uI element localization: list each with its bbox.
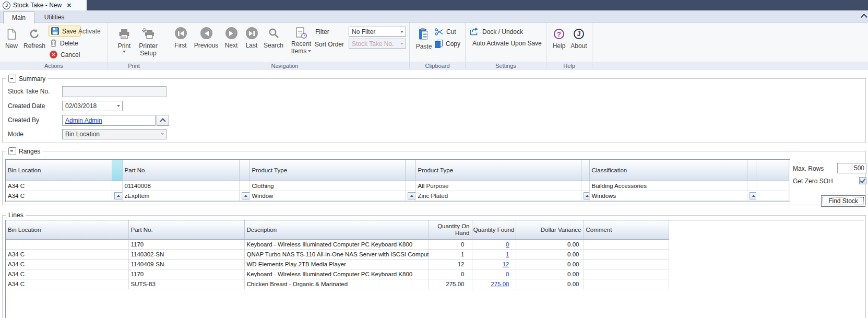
lines-cell-bin-location[interactable]: A34 C — [6, 259, 128, 269]
lines-header-comment[interactable]: Comment — [584, 220, 669, 239]
lines-cell-comment[interactable] — [584, 269, 669, 279]
dock-undock-button[interactable]: Dock / Undock — [470, 28, 523, 36]
ranges-cell-product-type-1[interactable]: Window — [249, 191, 405, 201]
lines-cell-quantity-on-hand[interactable]: 0 — [429, 269, 472, 279]
ranges-header-classification[interactable]: Classification — [589, 160, 747, 181]
printer-setup-button[interactable]: Printer Setup — [137, 26, 159, 56]
document-tab[interactable]: J Stock Take - New × — [0, 0, 87, 10]
ranges-cell-bin-location[interactable]: A34 C — [6, 191, 112, 201]
spin-up-button[interactable] — [408, 192, 416, 199]
collapse-ranges-icon[interactable] — [8, 147, 16, 155]
print-dropdown-icon[interactable] — [123, 51, 126, 53]
filter-combobox[interactable]: No Filter — [349, 27, 406, 37]
lines-cell-bin-location[interactable]: A34 C — [6, 279, 128, 289]
cut-button[interactable]: Cut — [435, 28, 456, 36]
first-button[interactable]: First — [170, 27, 192, 49]
copy-button[interactable]: Copy — [435, 40, 460, 48]
lines-cell-description[interactable]: Keyboard - Wireless Illuminated Computer… — [244, 239, 429, 249]
lines-cell-bin-location[interactable]: A34 C — [6, 249, 128, 259]
lines-header-quantity-on-hand[interactable]: Quantity On Hand — [429, 220, 472, 239]
find-stock-button[interactable]: Find Stock — [821, 195, 865, 207]
lines-cell-comment[interactable] — [584, 239, 669, 249]
lines-cell-bin-location[interactable] — [6, 239, 128, 249]
ranges-header-part-no[interactable]: Part No. — [122, 160, 239, 181]
ranges-cell-product-type-2[interactable]: Zinc Plated — [415, 191, 581, 201]
lines-cell-description[interactable]: Chicken Breast - Organic & Marinated — [244, 279, 429, 289]
ranges-header-product-type-1[interactable]: Product Type — [249, 160, 405, 181]
lines-cell-quantity-on-hand[interactable]: 0 — [429, 239, 472, 249]
lines-cell-dollar-variance[interactable]: 0.00 — [516, 249, 584, 259]
ranges-cell-classification[interactable]: Building Accessories — [589, 181, 747, 191]
quantity-found-link[interactable]: 0 — [506, 241, 509, 248]
about-button[interactable]: J About — [568, 28, 589, 49]
cancel-button[interactable]: × Cancel — [50, 51, 80, 58]
lines-cell-dollar-variance[interactable]: 0.00 — [516, 239, 584, 249]
new-button[interactable]: New — [2, 26, 21, 49]
created-by-field[interactable]: Admin Admin — [62, 115, 156, 126]
close-tab-icon[interactable]: × — [67, 2, 71, 8]
lines-cell-quantity-on-hand[interactable]: 1 — [429, 249, 472, 259]
spin-up-button[interactable] — [242, 192, 250, 199]
lines-cell-dollar-variance[interactable]: 0.00 — [516, 269, 584, 279]
activate-button[interactable]: Activate — [78, 28, 101, 35]
ranges-cell-product-type-1[interactable]: Clothing — [249, 181, 405, 191]
ranges-cell-classification[interactable]: Windows — [589, 191, 747, 201]
help-button[interactable]: ? Help — [551, 28, 567, 49]
lines-cell-bin-location[interactable]: A34 C — [6, 269, 128, 279]
paste-button[interactable]: Paste — [413, 26, 435, 50]
ranges-cell-product-type-2[interactable]: All Purpose — [415, 181, 581, 191]
quantity-found-link[interactable]: 0 — [506, 271, 509, 277]
ranges-cell-bin-location[interactable]: A34 C — [6, 181, 112, 191]
stock-take-no-input[interactable] — [62, 86, 167, 97]
lines-cell-part-no[interactable]: 1140302-SN — [128, 249, 244, 259]
spin-up-button[interactable] — [114, 192, 123, 199]
created-date-picker[interactable]: 02/03/2018 — [62, 101, 123, 111]
lines-cell-description[interactable]: QNAP Turbo NAS TS-110 All-in-One NAS Ser… — [244, 249, 429, 259]
lines-cell-description[interactable]: WD Elements Play 2TB Media Player — [244, 259, 429, 269]
save-button[interactable]: Save — [49, 26, 81, 37]
next-button[interactable]: Next — [221, 27, 242, 49]
lines-cell-comment[interactable] — [584, 249, 669, 259]
mode-combobox[interactable]: Bin Location — [62, 129, 167, 139]
created-by-expand-button[interactable] — [157, 115, 169, 126]
lines-header-part-no[interactable]: Part No. — [128, 220, 244, 239]
lines-cell-part-no[interactable]: 1170 — [128, 239, 244, 249]
lines-cell-comment[interactable] — [584, 279, 669, 289]
collapse-summary-icon[interactable] — [8, 75, 16, 83]
previous-button[interactable]: Previous — [193, 27, 220, 49]
created-by-link[interactable]: Admin Admin — [65, 117, 102, 124]
lines-header-description[interactable]: Description — [244, 220, 429, 239]
lines-cell-dollar-variance[interactable]: 0.00 — [516, 279, 584, 289]
lines-header-dollar-variance[interactable]: Dollar Variance — [516, 220, 584, 239]
lines-cell-quantity-on-hand[interactable]: 12 — [429, 259, 472, 269]
lines-cell-comment[interactable] — [584, 259, 669, 269]
tab-utilities[interactable]: Utilities — [34, 11, 74, 23]
lines-cell-part-no[interactable]: SUTS-83 — [128, 279, 244, 289]
lines-cell-description[interactable]: Keyboard - Wireless Illuminated Computer… — [244, 269, 429, 279]
quantity-found-link[interactable]: 1 — [506, 251, 509, 257]
lines-header-quantity-found[interactable]: Quantity Found — [472, 220, 516, 239]
spin-up-button[interactable] — [750, 192, 756, 199]
lines-header-bin-location[interactable]: Bin Location — [6, 220, 128, 239]
delete-button[interactable]: Delete — [50, 39, 78, 47]
max-rows-input[interactable]: 500 — [837, 163, 866, 173]
ranges-header-product-type-2[interactable]: Product Type — [415, 160, 581, 181]
ranges-cell-part-no[interactable]: zExpItem — [122, 191, 239, 201]
last-button[interactable]: Last — [242, 27, 261, 49]
spin-up-button[interactable] — [584, 192, 590, 199]
print-button[interactable]: Print — [113, 26, 135, 53]
lines-cell-part-no[interactable]: 1140409-SN — [128, 259, 244, 269]
get-zero-soh-checkbox[interactable] — [859, 177, 866, 184]
lines-cell-part-no[interactable]: 1170 — [128, 269, 244, 279]
quantity-found-link[interactable]: 12 — [503, 261, 509, 267]
tab-main[interactable]: Main — [3, 11, 34, 23]
lines-cell-dollar-variance[interactable]: 0.00 — [516, 259, 584, 269]
ranges-header-bin-location[interactable]: Bin Location — [6, 160, 112, 181]
refresh-button[interactable]: Refresh — [22, 26, 47, 49]
auto-activate-upon-save-button[interactable]: Auto Activate Upon Save — [472, 40, 542, 47]
search-button[interactable]: Search — [260, 27, 287, 49]
lines-cell-quantity-on-hand[interactable]: 275.00 — [429, 279, 472, 289]
quantity-found-link[interactable]: 275.00 — [491, 281, 509, 287]
ranges-cell-part-no[interactable]: 01140008 — [122, 181, 239, 191]
recent-items-button[interactable]: Recent Items — [288, 26, 315, 54]
